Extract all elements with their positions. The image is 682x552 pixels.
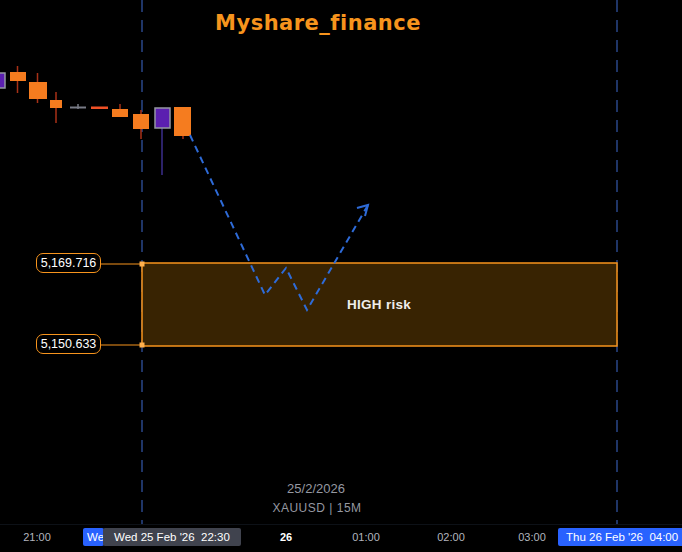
risk-zone-label: HIGH risk	[347, 297, 411, 312]
time-tick-label: 26	[280, 531, 292, 543]
candlestick-chart-canvas	[0, 0, 682, 552]
chart-title: Myshare_finance	[215, 11, 421, 35]
watermark-date: 25/2/2026	[287, 481, 345, 496]
watermark-symbol-timeframe: XAUUSD | 15M	[272, 501, 361, 515]
candlestick	[70, 107, 86, 109]
candlestick	[0, 73, 5, 88]
time-marker-right-blue: Thu 26 Feb '26 04:00	[558, 528, 682, 546]
zone-anchor-handle[interactable]	[140, 343, 145, 348]
time-tick-label: 01:00	[352, 531, 380, 543]
candlestick	[112, 109, 128, 117]
candlestick	[155, 108, 170, 128]
price-label-zone-bottom[interactable]: 5,150.633	[36, 334, 101, 354]
candlestick	[91, 107, 108, 110]
candlestick	[174, 107, 191, 136]
time-tick-label: 03:00	[518, 531, 546, 543]
candlestick	[29, 82, 47, 99]
zone-anchor-handle[interactable]	[140, 262, 145, 267]
time-marker-left-blue: We	[83, 528, 104, 546]
time-tick-label: 02:00	[437, 531, 465, 543]
chart-panel: Myshare_finance 5,169.716 5,150.633 HIGH…	[0, 0, 682, 552]
price-label-zone-top[interactable]: 5,169.716	[36, 253, 101, 273]
candlestick	[50, 100, 62, 108]
crosshair-time-tooltip: Wed 25 Feb '26 22:30	[103, 528, 241, 546]
candlestick	[10, 72, 26, 81]
candlestick	[133, 114, 149, 129]
time-tick-label: 21:00	[23, 531, 51, 543]
